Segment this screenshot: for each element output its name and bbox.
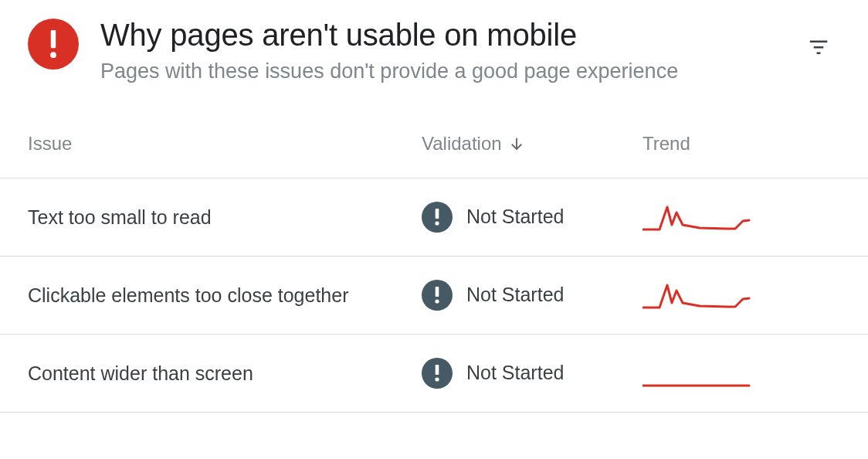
svg-point-7 bbox=[435, 377, 439, 381]
validation-cell: Not Started bbox=[422, 280, 643, 311]
validation-cell: Not Started bbox=[422, 202, 643, 233]
validation-status: Not Started bbox=[466, 362, 564, 384]
trend-sparkline bbox=[643, 280, 751, 311]
validation-status: Not Started bbox=[466, 206, 564, 228]
table-header: Issue Validation Trend bbox=[0, 133, 868, 178]
issues-table: Issue Validation Trend Text too small to… bbox=[0, 133, 868, 413]
svg-rect-6 bbox=[436, 365, 439, 375]
trend-cell bbox=[643, 202, 840, 233]
issue-name: Text too small to read bbox=[28, 203, 422, 231]
page-subtitle: Pages with these issues don't provide a … bbox=[100, 57, 783, 87]
filter-icon[interactable] bbox=[805, 32, 832, 60]
svg-point-3 bbox=[435, 221, 439, 225]
validation-cell: Not Started bbox=[422, 358, 643, 389]
column-header-validation-label: Validation bbox=[422, 133, 502, 155]
column-header-issue[interactable]: Issue bbox=[28, 133, 422, 155]
svg-point-1 bbox=[50, 52, 56, 58]
status-not-started-icon bbox=[422, 202, 453, 233]
page-title: Why pages aren't usable on mobile bbox=[100, 15, 783, 54]
status-not-started-icon bbox=[422, 358, 453, 389]
table-row[interactable]: Clickable elements too close together No… bbox=[0, 257, 868, 335]
trend-sparkline bbox=[643, 358, 751, 389]
column-header-validation[interactable]: Validation bbox=[422, 133, 643, 155]
table-row[interactable]: Content wider than screen Not Started bbox=[0, 335, 868, 413]
error-icon bbox=[28, 19, 79, 70]
trend-cell bbox=[643, 280, 840, 311]
trend-cell bbox=[643, 358, 840, 389]
trend-sparkline bbox=[643, 202, 751, 233]
table-row[interactable]: Text too small to read Not Started bbox=[0, 178, 868, 257]
issue-name: Clickable elements too close together bbox=[28, 281, 422, 309]
svg-rect-0 bbox=[51, 30, 56, 48]
column-header-trend[interactable]: Trend bbox=[643, 133, 840, 155]
svg-rect-4 bbox=[436, 287, 439, 297]
validation-status: Not Started bbox=[466, 284, 564, 306]
status-not-started-icon bbox=[422, 280, 453, 311]
svg-point-5 bbox=[435, 299, 439, 303]
sort-down-icon bbox=[508, 135, 525, 152]
svg-rect-2 bbox=[436, 209, 439, 219]
issue-name: Content wider than screen bbox=[28, 359, 422, 387]
